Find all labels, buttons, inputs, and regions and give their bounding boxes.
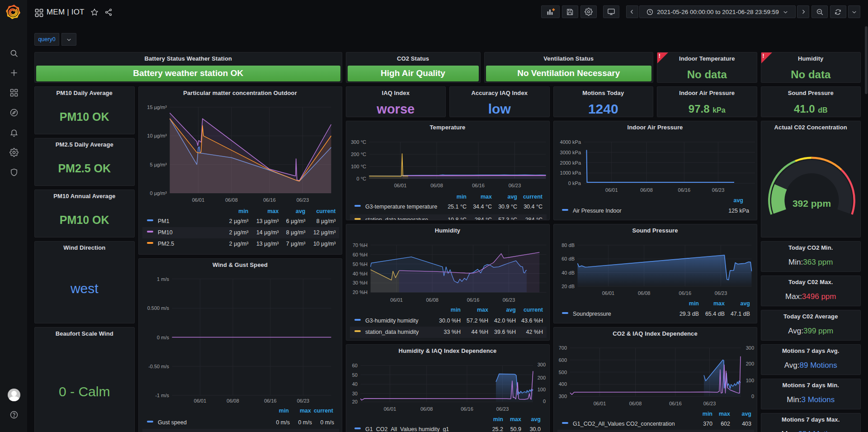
svg-text:max: max: [299, 408, 311, 414]
svg-text:min: min: [689, 300, 698, 307]
svg-text:06/16: 06/16: [264, 398, 277, 404]
svg-text:0 µg/m³: 0 µg/m³: [150, 190, 167, 196]
svg-text:06/01: 06/01: [394, 183, 406, 188]
svg-text:avg: avg: [740, 300, 750, 307]
svg-text:284 °C: 284 °C: [525, 217, 542, 220]
svg-text:PM2.5: PM2.5: [158, 241, 174, 247]
svg-text:06/01: 06/01: [605, 187, 618, 193]
svg-text:100: 100: [745, 378, 754, 383]
svg-text:06/08: 06/08: [637, 290, 650, 296]
svg-text:125 kPa: 125 kPa: [728, 208, 749, 214]
svg-text:12 µg/m³: 12 µg/m³: [313, 229, 335, 236]
svg-text:10 µg/m³: 10 µg/m³: [313, 241, 335, 247]
svg-text:06/01: 06/01: [192, 197, 204, 203]
svg-text:2 µg/m³: 2 µg/m³: [229, 241, 248, 247]
svg-text:06/16: 06/16: [461, 406, 473, 412]
svg-text:-0.50 m/s: -0.50 m/s: [148, 364, 169, 369]
svg-text:min: min: [493, 416, 503, 423]
svg-text:0: 0: [751, 394, 754, 399]
svg-text:06/16: 06/16: [678, 187, 690, 193]
svg-text:70 %H: 70 %H: [352, 242, 367, 248]
svg-text:0 m/s: 0 m/s: [157, 335, 169, 340]
svg-text:0 kPa: 0 kPa: [568, 180, 581, 186]
svg-text:50: 50: [352, 372, 357, 378]
svg-text:G3-humidity humidity: G3-humidity humidity: [365, 318, 419, 324]
svg-text:max: max: [713, 300, 724, 307]
svg-text:0.500 m/s: 0.500 m/s: [147, 305, 169, 311]
svg-text:min: min: [456, 194, 466, 200]
svg-text:06/23: 06/23: [296, 197, 309, 203]
svg-text:30 %H: 30 %H: [352, 280, 367, 285]
svg-text:current: current: [523, 307, 543, 313]
svg-text:min: min: [702, 411, 712, 417]
svg-text:60: 60: [352, 363, 357, 368]
svg-text:06/01: 06/01: [383, 406, 396, 412]
svg-text:700: 700: [558, 345, 566, 351]
svg-text:06/08: 06/08: [640, 187, 653, 193]
svg-text:PM1: PM1: [158, 218, 170, 224]
svg-text:50 %H: 50 %H: [352, 261, 367, 267]
svg-text:13 µg/m³: 13 µg/m³: [256, 218, 278, 224]
svg-text:avg: avg: [531, 416, 541, 423]
svg-text:14 µg/m³: 14 µg/m³: [256, 229, 278, 236]
svg-text:42 %H: 42 %H: [526, 329, 543, 335]
svg-text:400: 400: [558, 381, 566, 387]
svg-text:30.0: 30.0: [529, 426, 540, 432]
svg-text:G1_CO2_All_Values CO2_concentr: G1_CO2_All_Values CO2_concentration: [573, 421, 675, 427]
svg-text:13 µg/m³: 13 µg/m³: [256, 241, 278, 247]
svg-text:06/01: 06/01: [390, 297, 403, 303]
svg-text:25.1 °C: 25.1 °C: [448, 204, 467, 210]
svg-text:30.9 °C: 30.9 °C: [498, 204, 517, 210]
svg-text:57.3 °C: 57.3 °C: [498, 217, 517, 220]
svg-text:6 µg/m³: 6 µg/m³: [286, 218, 305, 224]
svg-text:max: max: [476, 307, 488, 313]
svg-text:60 dB: 60 dB: [561, 256, 575, 261]
svg-text:06/08: 06/08: [430, 183, 443, 188]
svg-text:33 %H: 33 %H: [443, 329, 461, 335]
svg-text:Soundpressure: Soundpressure: [573, 311, 611, 317]
svg-text:06/08: 06/08: [420, 406, 433, 412]
svg-text:370: 370: [703, 421, 712, 427]
svg-text:30.0 %H: 30.0 %H: [439, 318, 461, 324]
svg-text:40 dB: 40 dB: [561, 270, 575, 275]
svg-text:47.1 dB: 47.1 dB: [730, 311, 750, 317]
svg-text:Air Pressure Indoor: Air Pressure Indoor: [573, 208, 622, 214]
svg-text:39.6 %H: 39.6 %H: [494, 329, 516, 335]
svg-text:8 µg/m³: 8 µg/m³: [286, 229, 305, 236]
svg-text:2 µg/m³: 2 µg/m³: [229, 229, 248, 236]
svg-text:06/16: 06/16: [669, 401, 682, 406]
svg-text:-1 m/s: -1 m/s: [155, 393, 169, 398]
svg-text:Gust speed: Gust speed: [158, 419, 187, 426]
svg-text:06/23: 06/23: [703, 401, 716, 406]
svg-text:200: 200: [745, 361, 754, 366]
svg-text:100: 100: [537, 387, 545, 392]
svg-text:600: 600: [558, 357, 566, 363]
svg-text:06/16: 06/16: [263, 197, 276, 203]
svg-text:min: min: [278, 408, 288, 414]
svg-text:min: min: [450, 307, 460, 313]
svg-text:300: 300: [537, 362, 545, 367]
svg-text:1 m/s: 1 m/s: [157, 276, 169, 282]
svg-text:06/08: 06/08: [426, 297, 439, 303]
svg-text:40 %H: 40 %H: [352, 271, 367, 276]
svg-text:PM10: PM10: [158, 229, 173, 236]
svg-text:G3-temperature temperature: G3-temperature temperature: [365, 204, 437, 210]
svg-text:avg: avg: [295, 208, 305, 214]
svg-text:392 ppm: 392 ppm: [792, 198, 830, 209]
svg-text:284 °C: 284 °C: [474, 217, 491, 220]
svg-text:4000 kPa: 4000 kPa: [560, 139, 581, 145]
svg-text:max: max: [509, 416, 521, 423]
svg-text:0: 0: [542, 399, 545, 404]
svg-text:station_data temperature: station_data temperature: [365, 217, 428, 220]
svg-text:06/01: 06/01: [602, 290, 614, 296]
svg-text:max: max: [718, 411, 730, 417]
svg-text:50.9: 50.9: [510, 426, 521, 432]
svg-text:15 µg/m³: 15 µg/m³: [147, 104, 167, 110]
svg-text:10 µg/m³: 10 µg/m³: [147, 133, 167, 138]
svg-text:44 %H: 44 %H: [471, 329, 488, 335]
svg-text:06/23: 06/23: [502, 297, 515, 303]
svg-text:300: 300: [745, 345, 754, 351]
svg-text:06/23: 06/23: [712, 187, 724, 193]
svg-text:300 °C: 300 °C: [351, 139, 366, 145]
svg-text:06/08: 06/08: [629, 401, 642, 406]
